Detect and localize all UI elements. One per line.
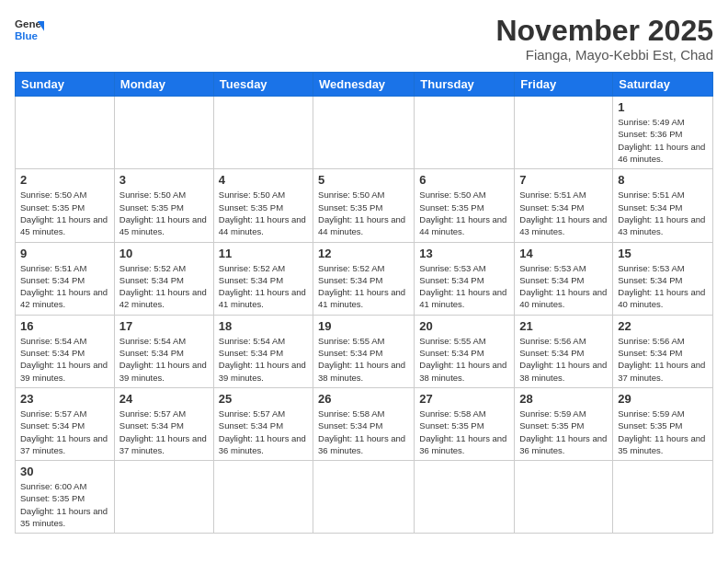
empty-cell [114, 97, 213, 169]
day-21: 21 Sunrise: 5:56 AMSunset: 5:34 PMDaylig… [515, 315, 613, 387]
day-26: 26 Sunrise: 5:58 AMSunset: 5:34 PMDaylig… [313, 387, 415, 460]
day-13: 13 Sunrise: 5:53 AMSunset: 5:34 PMDaylig… [415, 242, 515, 315]
empty-cell [515, 97, 613, 169]
empty-cell [313, 461, 415, 534]
page: General Blue November 2025 Fianga, Mayo-… [0, 0, 728, 563]
day-2: 2 Sunrise: 5:50 AMSunset: 5:35 PMDayligh… [16, 169, 115, 242]
day-6: 6 Sunrise: 5:50 AMSunset: 5:35 PMDayligh… [415, 169, 515, 242]
day-20: 20 Sunrise: 5:55 AMSunset: 5:34 PMDaylig… [415, 315, 515, 387]
day-5: 5 Sunrise: 5:50 AMSunset: 5:35 PMDayligh… [313, 169, 415, 242]
header-tuesday: Tuesday [213, 73, 313, 97]
day-15: 15 Sunrise: 5:53 AMSunset: 5:34 PMDaylig… [613, 242, 713, 315]
header-friday: Friday [515, 73, 613, 97]
day-23: 23 Sunrise: 5:57 AMSunset: 5:34 PMDaylig… [16, 387, 115, 460]
day-28: 28 Sunrise: 5:59 AMSunset: 5:35 PMDaylig… [515, 387, 613, 460]
day-30: 30 Sunrise: 6:00 AMSunset: 5:35 PMDaylig… [16, 461, 115, 534]
day-1: 1 Sunrise: 5:49 AMSunset: 5:36 PMDayligh… [613, 97, 713, 169]
empty-cell [415, 97, 515, 169]
day-19: 19 Sunrise: 5:55 AMSunset: 5:34 PMDaylig… [313, 315, 415, 387]
week-row-2: 2 Sunrise: 5:50 AMSunset: 5:35 PMDayligh… [16, 169, 713, 242]
day-18: 18 Sunrise: 5:54 AMSunset: 5:34 PMDaylig… [213, 315, 313, 387]
logo-icon: General Blue [15, 15, 44, 44]
week-row-4: 16 Sunrise: 5:54 AMSunset: 5:34 PMDaylig… [16, 315, 713, 387]
day-11: 11 Sunrise: 5:52 AMSunset: 5:34 PMDaylig… [213, 242, 313, 315]
day-22: 22 Sunrise: 5:56 AMSunset: 5:34 PMDaylig… [613, 315, 713, 387]
day-16: 16 Sunrise: 5:54 AMSunset: 5:34 PMDaylig… [16, 315, 115, 387]
empty-cell [613, 461, 713, 534]
header-monday: Monday [114, 73, 213, 97]
weekday-header-row: Sunday Monday Tuesday Wednesday Thursday… [16, 73, 713, 97]
day-25: 25 Sunrise: 5:57 AMSunset: 5:34 PMDaylig… [213, 387, 313, 460]
header-saturday: Saturday [613, 73, 713, 97]
header-wednesday: Wednesday [313, 73, 415, 97]
week-row-5: 23 Sunrise: 5:57 AMSunset: 5:34 PMDaylig… [16, 387, 713, 460]
header-thursday: Thursday [415, 73, 515, 97]
empty-cell [213, 97, 313, 169]
day-4: 4 Sunrise: 5:50 AMSunset: 5:35 PMDayligh… [213, 169, 313, 242]
location-title: Fianga, Mayo-Kebbi Est, Chad [495, 47, 713, 63]
day-8: 8 Sunrise: 5:51 AMSunset: 5:34 PMDayligh… [613, 169, 713, 242]
day-17: 17 Sunrise: 5:54 AMSunset: 5:34 PMDaylig… [114, 315, 213, 387]
day-14: 14 Sunrise: 5:53 AMSunset: 5:34 PMDaylig… [515, 242, 613, 315]
day-7: 7 Sunrise: 5:51 AMSunset: 5:34 PMDayligh… [515, 169, 613, 242]
day-3: 3 Sunrise: 5:50 AMSunset: 5:35 PMDayligh… [114, 169, 213, 242]
header: General Blue November 2025 Fianga, Mayo-… [15, 15, 713, 63]
empty-cell [114, 461, 213, 534]
header-sunday: Sunday [16, 73, 115, 97]
day-29: 29 Sunrise: 5:59 AMSunset: 5:35 PMDaylig… [613, 387, 713, 460]
empty-cell [16, 97, 115, 169]
empty-cell [515, 461, 613, 534]
day-10: 10 Sunrise: 5:52 AMSunset: 5:34 PMDaylig… [114, 242, 213, 315]
logo: General Blue [15, 15, 44, 44]
empty-cell [213, 461, 313, 534]
week-row-1: 1 Sunrise: 5:49 AMSunset: 5:36 PMDayligh… [16, 97, 713, 169]
month-title: November 2025 [495, 15, 713, 47]
empty-cell [313, 97, 415, 169]
day-27: 27 Sunrise: 5:58 AMSunset: 5:35 PMDaylig… [415, 387, 515, 460]
calendar-table: Sunday Monday Tuesday Wednesday Thursday… [15, 72, 713, 534]
title-block: November 2025 Fianga, Mayo-Kebbi Est, Ch… [495, 15, 713, 63]
svg-text:Blue: Blue [15, 30, 39, 41]
day-9: 9 Sunrise: 5:51 AMSunset: 5:34 PMDayligh… [16, 242, 115, 315]
week-row-3: 9 Sunrise: 5:51 AMSunset: 5:34 PMDayligh… [16, 242, 713, 315]
week-row-6: 30 Sunrise: 6:00 AMSunset: 5:35 PMDaylig… [16, 461, 713, 534]
day-24: 24 Sunrise: 5:57 AMSunset: 5:34 PMDaylig… [114, 387, 213, 460]
day-12: 12 Sunrise: 5:52 AMSunset: 5:34 PMDaylig… [313, 242, 415, 315]
empty-cell [415, 461, 515, 534]
